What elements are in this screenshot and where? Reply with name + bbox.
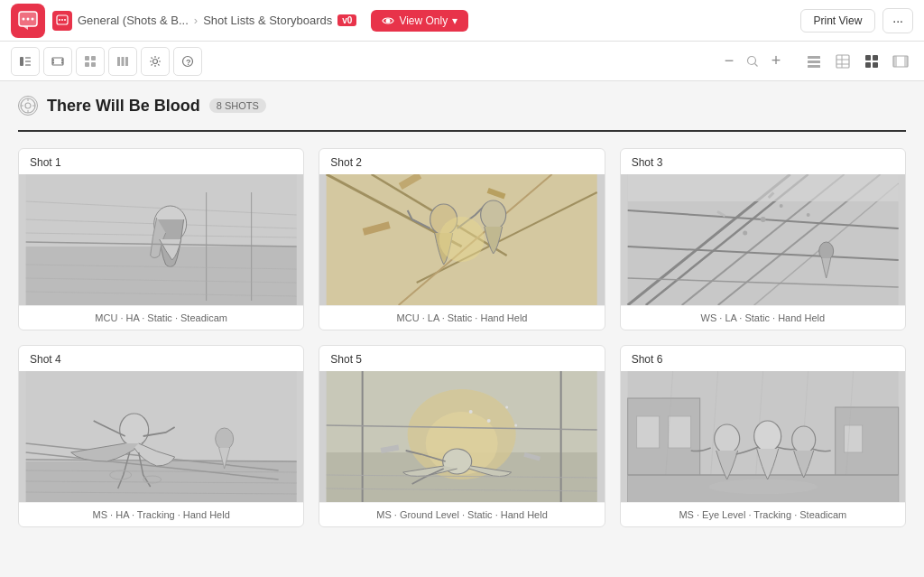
shot-2-header: Shot 2 <box>319 149 604 174</box>
svg-rect-21 <box>85 62 89 67</box>
svg-point-29 <box>748 56 756 64</box>
toolbar-grid-icon[interactable] <box>76 47 105 76</box>
shot-card-3[interactable]: Shot 3 <box>620 148 906 330</box>
toolbar-sidebar-icon[interactable] <box>11 47 40 76</box>
svg-rect-122 <box>668 416 690 448</box>
shot-3-image <box>621 174 905 305</box>
svg-rect-19 <box>85 56 89 60</box>
shot-1-header: Shot 1 <box>19 149 303 174</box>
svg-rect-44 <box>904 56 908 67</box>
svg-rect-25 <box>125 57 128 66</box>
view-table-button[interactable] <box>830 49 855 74</box>
svg-text:?: ? <box>186 58 191 67</box>
view-only-chevron: ▾ <box>452 14 457 27</box>
scene-divider <box>18 130 906 132</box>
svg-rect-14 <box>52 58 63 65</box>
svg-point-4 <box>32 17 34 20</box>
svg-rect-17 <box>61 59 63 60</box>
view-only-label: View Only <box>399 14 448 27</box>
shot-1-meta: MCU · HA · Static · Steadicam <box>19 305 303 330</box>
svg-rect-12 <box>25 60 31 62</box>
shot-card-1[interactable]: Shot 1 <box>18 148 304 330</box>
svg-rect-31 <box>808 56 820 59</box>
svg-line-30 <box>755 63 758 66</box>
svg-rect-40 <box>865 62 871 68</box>
app-icon <box>11 4 45 38</box>
svg-point-85 <box>760 217 765 222</box>
svg-point-73 <box>439 217 485 262</box>
svg-rect-13 <box>25 64 31 66</box>
view-only-button[interactable]: View Only ▾ <box>371 10 468 32</box>
svg-rect-83 <box>627 174 898 201</box>
svg-rect-39 <box>873 55 878 60</box>
svg-point-84 <box>818 242 833 260</box>
breadcrumb-parent[interactable]: General (Shots & B... <box>78 14 189 27</box>
svg-rect-33 <box>808 65 820 68</box>
shot-4-meta: MS · HA · Tracking · Hand Held <box>19 502 303 526</box>
shot-5-header: Shot 5 <box>319 346 604 371</box>
svg-point-132 <box>714 424 739 453</box>
svg-point-87 <box>743 231 747 236</box>
svg-rect-43 <box>893 56 897 67</box>
svg-rect-20 <box>91 56 96 60</box>
scene-title: There Will Be Blood <box>47 97 200 116</box>
shot-5-meta: MS · Ground Level · Static · Hand Held <box>319 502 604 526</box>
toolbar: ? − + <box>0 42 924 81</box>
shot-4-image <box>19 371 303 502</box>
toolbar-help-icon[interactable]: ? <box>173 47 202 76</box>
main-content: There Will Be Blood 8 SHOTS Shot 1 <box>0 81 924 577</box>
svg-point-2 <box>23 17 25 20</box>
toolbar-settings-icon[interactable] <box>141 47 170 76</box>
svg-rect-32 <box>808 60 820 63</box>
svg-point-26 <box>153 59 158 63</box>
shot-6-header: Shot 6 <box>621 346 905 371</box>
svg-point-135 <box>708 479 817 494</box>
svg-point-88 <box>806 213 809 217</box>
shot-3-meta: WS · LA · Static · Hand Held <box>621 305 905 330</box>
zoom-out-button[interactable]: − <box>718 51 740 72</box>
view-grid-button[interactable] <box>859 49 884 74</box>
scene-icon <box>18 96 38 116</box>
svg-rect-124 <box>844 425 862 452</box>
svg-point-100 <box>216 428 234 450</box>
svg-rect-38 <box>865 55 871 60</box>
svg-point-3 <box>27 17 30 20</box>
toolbar-film-icon[interactable] <box>43 47 72 76</box>
shot-card-6[interactable]: Shot 6 <box>620 345 906 527</box>
svg-point-118 <box>514 424 517 427</box>
shot-3-header: Shot 3 <box>621 149 905 174</box>
svg-point-8 <box>64 19 66 21</box>
shots-badge: 8 SHOTS <box>209 98 266 113</box>
svg-point-117 <box>469 410 473 414</box>
shots-grid: Shot 1 <box>18 148 906 527</box>
zoom-icon <box>745 54 760 69</box>
svg-point-116 <box>505 406 508 409</box>
view-list-button[interactable] <box>801 49 827 74</box>
toolbar-columns-icon[interactable] <box>108 47 137 76</box>
svg-rect-41 <box>873 62 878 68</box>
breadcrumb: General (Shots & B... › Shot Lists & Sto… <box>52 11 356 31</box>
top-nav-bar: General (Shots & B... › Shot Lists & Sto… <box>0 0 924 42</box>
zoom-controls: − + <box>718 51 787 72</box>
breadcrumb-app-icon <box>52 11 72 31</box>
shot-4-header: Shot 4 <box>19 346 303 371</box>
shot-2-image <box>319 174 604 305</box>
shot-card-5[interactable]: Shot 5 <box>319 345 605 527</box>
shot-card-4[interactable]: Shot 4 <box>18 345 304 527</box>
shot-5-image <box>319 371 604 502</box>
version-badge: v0 <box>337 14 356 26</box>
svg-rect-16 <box>52 61 54 63</box>
svg-point-46 <box>25 103 31 108</box>
svg-rect-11 <box>25 57 31 59</box>
more-options-button[interactable]: ··· <box>882 8 913 33</box>
shot-card-2[interactable]: Shot 2 <box>319 148 605 330</box>
svg-rect-23 <box>117 57 120 66</box>
breadcrumb-separator: › <box>194 14 198 27</box>
breadcrumb-current[interactable]: Shot Lists & Storyboards <box>203 14 332 27</box>
print-view-button[interactable]: Print View <box>800 9 876 33</box>
shot-1-image <box>19 174 303 305</box>
view-storyboard-button[interactable] <box>888 49 913 74</box>
svg-point-115 <box>487 419 491 423</box>
zoom-in-button[interactable]: + <box>765 51 787 72</box>
svg-rect-22 <box>91 62 96 67</box>
